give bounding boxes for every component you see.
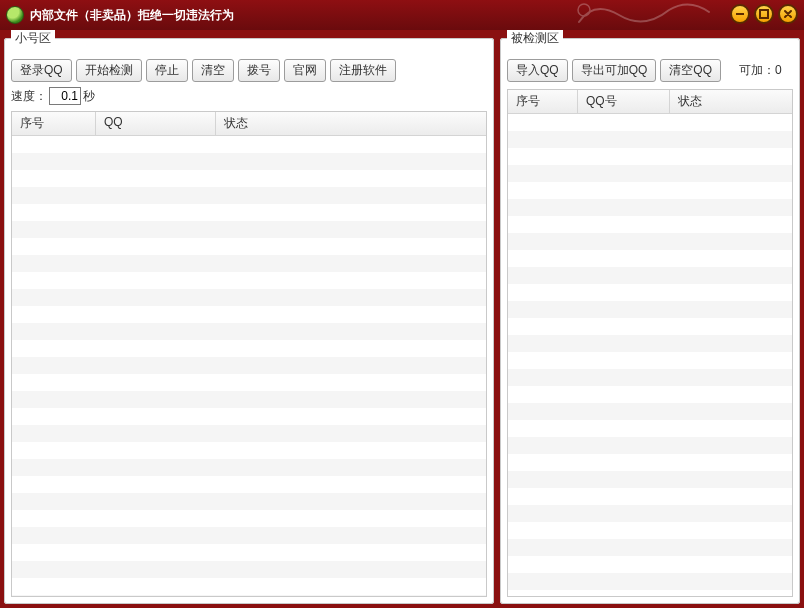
- addable-counter: 可加：0: [739, 62, 782, 79]
- targets-col-index[interactable]: 序号: [508, 90, 578, 113]
- clear-qq-button[interactable]: 清空QQ: [660, 59, 721, 82]
- targets-list-header: 序号 QQ号 状态: [508, 90, 792, 114]
- dial-button[interactable]: 拨号: [238, 59, 280, 82]
- targets-list-body[interactable]: [508, 114, 792, 596]
- stop-button[interactable]: 停止: [146, 59, 188, 82]
- accounts-list-header: 序号 QQ 状态: [12, 112, 486, 136]
- addable-value: 0: [775, 63, 782, 77]
- accounts-col-index[interactable]: 序号: [12, 112, 96, 135]
- speed-unit: 秒: [83, 88, 95, 105]
- accounts-list: 序号 QQ 状态: [11, 111, 487, 597]
- title-decoration: [574, 0, 714, 30]
- title-bar: 内部文件（非卖品）拒绝一切违法行为: [0, 0, 804, 30]
- group-accounts-legend: 小号区: [11, 30, 55, 47]
- accounts-col-qq[interactable]: QQ: [96, 112, 216, 135]
- svg-rect-1: [736, 13, 744, 15]
- group-targets: 被检测区 导入QQ 导出可加QQ 清空QQ 可加：0 序号 QQ号 状态: [500, 30, 800, 604]
- login-qq-button[interactable]: 登录QQ: [11, 59, 72, 82]
- clear-accounts-button[interactable]: 清空: [192, 59, 234, 82]
- accounts-col-status[interactable]: 状态: [216, 112, 486, 135]
- group-targets-legend: 被检测区: [507, 30, 563, 47]
- app-icon: [6, 6, 24, 24]
- svg-point-0: [578, 4, 590, 16]
- group-accounts: 小号区 登录QQ 开始检测 停止 清空 拨号 官网 注册软件 速度： 秒 序号 …: [4, 30, 494, 604]
- export-addable-qq-button[interactable]: 导出可加QQ: [572, 59, 657, 82]
- targets-list: 序号 QQ号 状态: [507, 89, 793, 597]
- work-area: 小号区 登录QQ 开始检测 停止 清空 拨号 官网 注册软件 速度： 秒 序号 …: [4, 30, 800, 604]
- minimize-button[interactable]: [730, 4, 750, 24]
- close-button[interactable]: [778, 4, 798, 24]
- start-detect-button[interactable]: 开始检测: [76, 59, 142, 82]
- speed-label: 速度：: [11, 88, 47, 105]
- maximize-button[interactable]: [754, 4, 774, 24]
- targets-toolbar: 导入QQ 导出可加QQ 清空QQ 可加：0: [507, 57, 793, 83]
- svg-rect-2: [760, 10, 768, 18]
- speed-input[interactable]: [49, 87, 81, 105]
- window-controls: [730, 4, 798, 24]
- official-site-button[interactable]: 官网: [284, 59, 326, 82]
- speed-row: 速度： 秒: [11, 87, 487, 105]
- accounts-toolbar: 登录QQ 开始检测 停止 清空 拨号 官网 注册软件: [11, 57, 487, 83]
- window-title: 内部文件（非卖品）拒绝一切违法行为: [30, 7, 234, 24]
- register-software-button[interactable]: 注册软件: [330, 59, 396, 82]
- targets-col-status[interactable]: 状态: [670, 90, 792, 113]
- accounts-list-body[interactable]: [12, 136, 486, 596]
- addable-label: 可加：: [739, 63, 775, 77]
- import-qq-button[interactable]: 导入QQ: [507, 59, 568, 82]
- targets-col-qq[interactable]: QQ号: [578, 90, 670, 113]
